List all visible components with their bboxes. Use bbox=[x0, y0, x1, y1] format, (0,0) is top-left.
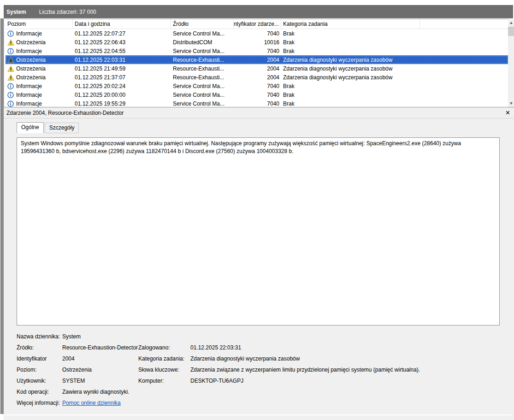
level-cell: Informacje bbox=[6, 90, 73, 99]
detail-field-row: Identyfikator2004Kategoria zadania:Zdarz… bbox=[17, 353, 505, 364]
column-header-level[interactable]: Poziom bbox=[6, 19, 73, 29]
detail-field-row: Źródło:Resource-Exhaustion-DetectorZalog… bbox=[17, 342, 505, 353]
datetime-cell: 01.12.2025 21:37:07 bbox=[73, 73, 171, 82]
datetime-cell: 01.12.2025 22:03:31 bbox=[73, 55, 171, 64]
scroll-down-icon bbox=[510, 102, 513, 105]
level-label: Ostrzeżenia bbox=[16, 39, 46, 46]
online-help-link[interactable]: Pomoc online dziennika bbox=[62, 400, 121, 406]
event-row[interactable]: Ostrzeżenia01.12.2025 21:49:59Resource-E… bbox=[6, 64, 508, 73]
scrollbar-thumb[interactable] bbox=[508, 27, 514, 36]
log-name: System bbox=[6, 9, 26, 15]
field-value: Zawiera wyniki diagnostyki. bbox=[62, 389, 129, 395]
event-id-cell: 7040 bbox=[234, 82, 281, 90]
event-row[interactable]: Ostrzeżenia01.12.2025 22:03:31Resource-E… bbox=[6, 55, 508, 64]
event-list: Poziom Data i godzina Źródło Identyfikat… bbox=[6, 19, 508, 107]
tab-general[interactable]: Ogólne bbox=[17, 122, 44, 133]
datetime-cell: 01.12.2025 20:00:00 bbox=[73, 90, 171, 99]
field-label: Kod operacji: bbox=[17, 389, 62, 395]
detail-fields: Nazwa dziennika:SystemŹródło:Resource-Ex… bbox=[17, 331, 505, 408]
datetime-cell: 01.12.2025 22:07:27 bbox=[73, 29, 171, 38]
event-row[interactable]: Informacje01.12.2025 22:07:27Service Con… bbox=[6, 29, 508, 38]
column-header-datetime[interactable]: Data i godzina bbox=[73, 19, 171, 29]
level-label: Informacje bbox=[16, 30, 42, 37]
event-row[interactable]: Ostrzeżenia01.12.2025 22:06:43Distribute… bbox=[6, 38, 508, 47]
source-cell: Service Control Ma... bbox=[171, 99, 234, 107]
column-header-event-id[interactable]: Identyfikator zdarze... bbox=[234, 19, 281, 29]
event-detail-pane: Zdarzenie 2004, Resource-Exhaustion-Dete… bbox=[4, 107, 514, 420]
event-id-cell: 10016 bbox=[234, 38, 281, 47]
warning-icon bbox=[7, 74, 14, 81]
source-cell: Service Control Ma... bbox=[171, 90, 234, 99]
source-cell: Service Control Ma... bbox=[171, 47, 234, 55]
event-row[interactable]: Informacje01.12.2025 22:04:55Service Con… bbox=[6, 47, 508, 55]
category-cell: Brak bbox=[281, 29, 420, 38]
datetime-cell: 01.12.2025 21:49:59 bbox=[73, 64, 171, 73]
level-label: Ostrzeżenia bbox=[16, 74, 46, 81]
field-label: Nazwa dziennika: bbox=[17, 333, 62, 340]
event-rows: Informacje01.12.2025 22:07:27Service Con… bbox=[6, 29, 508, 107]
field-value: System bbox=[62, 333, 81, 340]
field-value: 2004 bbox=[62, 355, 75, 362]
event-id-cell: 2004 bbox=[234, 73, 281, 82]
field-value: Zdarzenia związane z wyczerpaniem limitu… bbox=[190, 367, 505, 373]
detail-field-row: Użytkownik:SYSTEMKomputer:DESKTOP-TU6AGP… bbox=[17, 375, 505, 386]
source-cell: Resource-Exhausti... bbox=[171, 55, 234, 64]
event-list-header: Poziom Data i godzina Źródło Identyfikat… bbox=[6, 19, 508, 29]
field-value: Ostrzeżenia bbox=[62, 367, 92, 373]
event-row[interactable]: Informacje01.12.2025 19:55:29Service Con… bbox=[6, 99, 508, 107]
field-label: Kategoria zadania: bbox=[138, 355, 190, 362]
event-id-cell: 7040 bbox=[234, 29, 281, 38]
scroll-up-icon bbox=[510, 22, 513, 24]
level-cell: Informacje bbox=[6, 82, 73, 90]
datetime-cell: 01.12.2025 20:02:24 bbox=[73, 82, 171, 90]
level-label: Informacje bbox=[16, 48, 42, 54]
source-cell: Service Control Ma... bbox=[171, 82, 234, 90]
category-cell: Brak bbox=[281, 99, 420, 107]
field-value: SYSTEM bbox=[62, 378, 85, 384]
category-cell: Zdarzenia diagnostyki wyczerpania zasobó… bbox=[281, 55, 420, 64]
event-count: Liczba zdarzeń: 37 000 bbox=[39, 9, 96, 15]
scroll-up-button[interactable] bbox=[508, 19, 514, 26]
detail-field-row: Nazwa dziennika:System bbox=[17, 331, 505, 342]
field-value: Resource-Exhaustion-Detector bbox=[62, 344, 138, 351]
info-icon bbox=[7, 48, 14, 54]
event-list-scrollbar[interactable] bbox=[508, 19, 514, 107]
field-label: Komputer: bbox=[138, 378, 190, 384]
category-cell: Zdarzenia diagnostyki wyczerpania zasobó… bbox=[281, 64, 420, 73]
category-cell: Zdarzenia diagnostyki wyczerpania zasobó… bbox=[281, 73, 420, 82]
level-cell: Ostrzeżenia bbox=[6, 55, 73, 64]
datetime-cell: 01.12.2025 22:04:55 bbox=[73, 47, 171, 55]
detail-pane-title: Zdarzenie 2004, Resource-Exhaustion-Dete… bbox=[6, 110, 124, 116]
column-header-source[interactable]: Źródło bbox=[171, 19, 234, 29]
field-value: Zdarzenia diagnostyki wyczerpania zasobó… bbox=[190, 355, 505, 362]
field-label: Zalogowano: bbox=[138, 344, 190, 351]
event-description-text: System Windows pomyślnie zdiagnozował wa… bbox=[21, 140, 461, 154]
event-row[interactable]: Informacje01.12.2025 20:00:00Service Con… bbox=[6, 90, 508, 99]
tab-details[interactable]: Szczegóły bbox=[45, 123, 79, 133]
info-icon bbox=[7, 30, 14, 37]
detail-field-row: Więcej informacji:Pomoc online dziennika bbox=[17, 397, 505, 408]
source-cell: Resource-Exhausti... bbox=[171, 64, 234, 73]
level-label: Ostrzeżenia bbox=[16, 65, 46, 72]
close-icon[interactable]: ✕ bbox=[505, 110, 510, 116]
info-icon bbox=[7, 92, 14, 98]
datetime-cell: 01.12.2025 22:06:43 bbox=[73, 38, 171, 47]
field-label: Identyfikator bbox=[17, 355, 62, 362]
datetime-cell: 01.12.2025 19:55:29 bbox=[73, 99, 171, 107]
event-id-cell: 7040 bbox=[234, 99, 281, 107]
field-value: DESKTOP-TU6AGPJ bbox=[190, 378, 505, 384]
category-cell: Brak bbox=[281, 47, 420, 55]
scroll-down-button[interactable] bbox=[508, 100, 514, 107]
column-header-category[interactable]: Kategoria zadania bbox=[281, 19, 420, 29]
event-description-box[interactable]: System Windows pomyślnie zdiagnozował wa… bbox=[17, 137, 500, 325]
event-row[interactable]: Informacje01.12.2025 20:02:24Service Con… bbox=[6, 82, 508, 90]
log-title-bar: System Liczba zdarzeń: 37 000 bbox=[4, 5, 513, 18]
field-value: 01.12.2025 22:03:31 bbox=[190, 344, 505, 351]
detail-pane-header: Zdarzenie 2004, Resource-Exhaustion-Dete… bbox=[4, 107, 514, 118]
source-cell: Service Control Ma... bbox=[171, 29, 234, 38]
detail-field-row: Kod operacji:Zawiera wyniki diagnostyki. bbox=[17, 386, 505, 397]
source-cell: Resource-Exhausti... bbox=[171, 73, 234, 82]
source-cell: DistributedCOM bbox=[171, 38, 234, 47]
event-row[interactable]: Ostrzeżenia01.12.2025 21:37:07Resource-E… bbox=[6, 73, 508, 82]
category-cell: Brak bbox=[281, 38, 420, 47]
